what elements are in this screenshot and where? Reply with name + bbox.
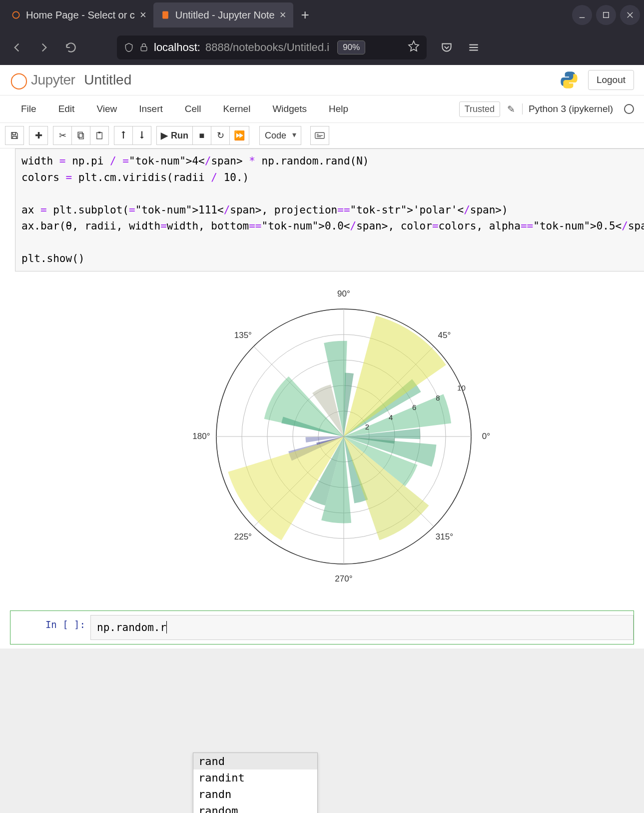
chart-radial-tick: 8 (436, 393, 440, 402)
fast-forward-button[interactable]: ⏩ (229, 126, 249, 145)
svg-rect-13 (98, 132, 101, 134)
paste-button[interactable] (90, 126, 109, 145)
copy-button[interactable] (71, 126, 90, 145)
chart-radial-tick: 4 (389, 412, 393, 421)
menu-widgets[interactable]: Widgets (261, 100, 318, 118)
jupyter-logo-icon: ◯ (10, 70, 28, 90)
jupyter-brand: Jupyter (31, 72, 75, 88)
cell-prompt (10, 148, 15, 606)
kernel-name[interactable]: Python 3 (ipykernel) (522, 104, 613, 114)
url-host: localhost: (154, 41, 200, 54)
jupyter-icon (11, 10, 21, 20)
browser-tab-notebook[interactable]: Untitled - Jupyter Note × (153, 2, 293, 28)
tab-title: Untitled - Jupyter Note (175, 10, 275, 21)
url-box[interactable]: localhost:8888/notebooks/Untitled.i 90% (117, 36, 427, 60)
chart-angle-label: 315° (436, 532, 453, 542)
jupyter-logo[interactable]: ◯ Jupyter (10, 70, 75, 90)
code-cell[interactable]: width = np.pi / ="tok-num">4</span> * np… (10, 148, 634, 606)
notebook-area: width = np.pi / ="tok-num">4</span> * np… (0, 148, 644, 644)
chart-radial-tick: 10 (457, 384, 466, 392)
tab-title: Home Page - Select or c (26, 10, 135, 21)
autocomplete-item[interactable]: randint (193, 770, 317, 786)
chart-angle-label: 135° (234, 330, 252, 340)
shield-icon (124, 42, 134, 52)
menu-edit[interactable]: Edit (47, 100, 86, 118)
lock-icon (139, 42, 149, 52)
autocomplete-item[interactable]: random (193, 802, 317, 813)
svg-rect-3 (604, 12, 609, 18)
close-icon[interactable]: × (140, 8, 146, 22)
svg-rect-1 (162, 12, 168, 19)
move-down-button[interactable]: 🠗 (132, 126, 151, 145)
cell-prompt: In [ ]: (10, 615, 90, 640)
run-label: Run (171, 130, 188, 141)
cell-type-select[interactable]: Code (259, 126, 301, 145)
menu-kernel[interactable]: Kernel (212, 100, 261, 118)
menu-insert[interactable]: Insert (128, 100, 174, 118)
restart-button[interactable]: ↻ (211, 126, 230, 145)
chart-angle-label: 180° (192, 432, 210, 442)
jupyter-header: ◯ Jupyter Untitled Logout (0, 65, 644, 96)
forward-button[interactable] (33, 36, 55, 58)
address-bar: localhost:8888/notebooks/Untitled.i 90% (0, 30, 644, 65)
close-window-button[interactable] (620, 5, 640, 25)
minimize-button[interactable] (572, 5, 592, 25)
code-editor[interactable]: np.random.r (90, 615, 634, 640)
menu-file[interactable]: File (10, 100, 47, 118)
reload-button[interactable] (60, 36, 82, 58)
autocomplete-item[interactable]: rand (193, 753, 317, 770)
close-icon[interactable]: × (280, 8, 286, 22)
zoom-badge[interactable]: 90% (337, 40, 365, 54)
menu-view[interactable]: View (85, 100, 128, 118)
page-viewport: ◯ Jupyter Untitled Logout File Edit View… (0, 65, 644, 813)
add-cell-button[interactable]: ✚ (29, 126, 48, 145)
maximize-button[interactable] (596, 5, 616, 25)
run-button[interactable]: ▶ Run (156, 126, 193, 145)
cut-button[interactable]: ✂ (53, 126, 72, 145)
browser-tab-home[interactable]: Home Page - Select or c × (4, 2, 153, 28)
code-editor[interactable]: width = np.pi / ="tok-num">4</span> * np… (15, 148, 644, 272)
svg-point-0 (12, 12, 19, 18)
save-button[interactable] (5, 126, 24, 145)
chart-radial-tick: 6 (412, 403, 416, 412)
jupyter-menu-bar: File Edit View Insert Cell Kernel Widget… (0, 96, 644, 123)
cell-output: 0°45°90°135°180°225°270°315°246810 (15, 272, 644, 606)
svg-rect-10 (79, 134, 83, 139)
url-path: 8888/notebooks/Untitled.i (205, 41, 329, 54)
chart-angle-label: 225° (234, 532, 252, 542)
svg-rect-6 (141, 46, 147, 50)
command-palette-button[interactable] (310, 126, 329, 145)
notebook-title[interactable]: Untitled (84, 72, 131, 88)
pocket-icon[interactable] (437, 38, 457, 58)
hamburger-icon[interactable] (464, 38, 484, 58)
jupyter-toolbar: ✚ ✂ 🠕 🠗 ▶ Run ■ ↻ ⏩ Code (0, 123, 644, 148)
polar-chart: 0°45°90°135°180°225°270°315°246810 (184, 276, 504, 596)
tab-bar: Home Page - Select or c × Untitled - Jup… (0, 0, 644, 30)
kernel-indicator (624, 104, 634, 114)
autocomplete-item[interactable]: randn (193, 786, 317, 802)
notebook-icon (160, 10, 170, 20)
star-icon[interactable] (408, 40, 420, 55)
cursor (166, 621, 167, 634)
svg-rect-11 (78, 132, 82, 138)
code-text: np.random.r (97, 622, 166, 634)
menu-cell[interactable]: Cell (174, 100, 212, 118)
active-code-cell[interactable]: In [ ]: np.random.r (10, 610, 634, 645)
menu-help[interactable]: Help (318, 100, 359, 118)
chart-radial-tick: 2 (365, 422, 369, 431)
python-icon (559, 70, 579, 90)
svg-rect-12 (97, 132, 102, 139)
trusted-badge[interactable]: Trusted (459, 102, 500, 117)
chart-angle-label: 270° (335, 574, 352, 584)
logout-button[interactable]: Logout (588, 70, 634, 90)
move-up-button[interactable]: 🠕 (114, 126, 133, 145)
pencil-icon[interactable]: ✎ (507, 104, 515, 115)
window-controls (572, 5, 640, 25)
back-button[interactable] (6, 36, 28, 58)
browser-chrome: Home Page - Select or c × Untitled - Jup… (0, 0, 644, 65)
autocomplete-popup[interactable]: randrandintrandnrandomrandom_integersran… (193, 752, 318, 813)
notebook-footer (0, 648, 644, 813)
new-tab-button[interactable]: + (293, 7, 317, 23)
chart-angle-label: 0° (482, 432, 490, 442)
stop-button[interactable]: ■ (192, 126, 211, 145)
